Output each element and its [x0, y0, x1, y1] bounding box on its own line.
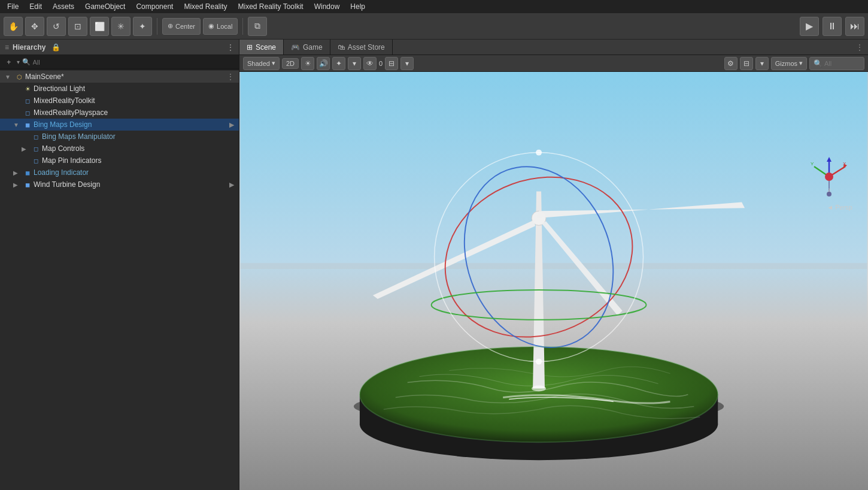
hierarchy-panel: ≡ Hierarchy 🔒 ⋮ + ▾ 🔍 ▼ ⬡ MainScene* ⋮ ☀	[0, 40, 239, 490]
tree-item-bing-maps[interactable]: ▼ ◼ Bing Maps Design ▶	[0, 119, 239, 131]
hierarchy-hamburger-icon: ≡	[5, 43, 9, 52]
tree-item-dir-light[interactable]: ☀ Directional Light	[0, 83, 239, 95]
tree-item-mrtk[interactable]: ◻ MixedRealityToolkit	[0, 95, 239, 107]
hierarchy-search-input[interactable]	[33, 59, 236, 66]
scene-svg	[239, 72, 868, 490]
pause-button[interactable]: ⏸	[823, 17, 842, 36]
custom-tool-btn[interactable]: ✦	[133, 17, 152, 36]
main-scene-label: MainScene*	[25, 72, 64, 81]
playspace-label: MixedRealityPlayspace	[34, 108, 108, 117]
gizmos-btn[interactable]: Gizmos ▾	[771, 57, 807, 70]
scene-area: ⊞ Scene 🎮 Game 🛍 Asset Store ⋮ Shaded ▾ …	[239, 40, 868, 490]
bing-maps-icon: ◼	[23, 120, 32, 129]
play-button[interactable]: ▶	[800, 17, 819, 36]
svg-point-7	[532, 386, 546, 392]
transform-tool-btn[interactable]: ✳	[111, 17, 130, 36]
search-icon: ▾	[17, 59, 20, 65]
tree-item-playspace[interactable]: ◻ MixedRealityPlayspace	[0, 107, 239, 119]
center-btn[interactable]: ⊕ Center	[162, 18, 201, 35]
rect-tool-btn[interactable]: ⬜	[90, 17, 109, 36]
scene-search-box: 🔍	[809, 57, 864, 70]
step-button[interactable]: ⏭	[845, 17, 864, 36]
scene-tab-icon: ⊞	[247, 43, 253, 52]
pivot-icon: ⊕	[168, 22, 173, 30]
tree-item-map-pin[interactable]: ◻ Map Pin Indicators	[0, 155, 239, 167]
game-tab-label: Game	[303, 43, 323, 52]
svg-text:Z: Z	[828, 187, 831, 193]
loading-label: Loading Indicator	[34, 168, 89, 177]
audio-toggle-btn[interactable]: 🔊	[317, 57, 330, 70]
svg-text:Y: Y	[811, 161, 814, 167]
menu-file[interactable]: File	[2, 1, 23, 12]
layout-arrow-btn[interactable]: ▾	[755, 57, 769, 70]
svg-text:X: X	[843, 161, 846, 167]
rotate-tool-btn[interactable]: ↺	[47, 17, 66, 36]
gizmo-widget[interactable]: Z X Y	[808, 156, 850, 198]
move-tool-btn[interactable]: ✥	[25, 17, 44, 36]
expand-arrow-bing-maps: ▼	[13, 122, 22, 128]
layer-arrow-btn[interactable]: ▾	[400, 57, 414, 70]
2d-toggle-btn[interactable]: 2D	[282, 58, 299, 69]
hierarchy-menu-btn[interactable]: ⋮	[227, 43, 234, 52]
svg-point-16	[536, 150, 542, 156]
persp-label[interactable]: ◄ Persp	[827, 204, 852, 211]
menu-edit[interactable]: Edit	[25, 1, 47, 12]
svg-point-17	[536, 359, 542, 365]
hierarchy-add-btn[interactable]: +	[4, 56, 14, 68]
collab-btn[interactable]: ⧉	[248, 17, 267, 36]
hand-tool-btn[interactable]: ✋	[4, 17, 23, 36]
settings-icon-btn[interactable]: ⚙	[724, 57, 738, 70]
wind-turbine-label: Wind Turbine Design	[34, 180, 100, 189]
menu-help[interactable]: Help	[345, 1, 370, 12]
expand-arrow-map-controls: ▶	[22, 146, 30, 152]
menu-mrtk[interactable]: Mixed Reality Toolkit	[233, 1, 308, 12]
playback-controls: ▶ ⏸ ⏭	[800, 17, 864, 36]
menu-gameobject[interactable]: GameObject	[80, 1, 130, 12]
scale-tool-btn[interactable]: ⊡	[68, 17, 87, 36]
menu-assets[interactable]: Assets	[48, 1, 79, 12]
menu-component[interactable]: Component	[131, 1, 178, 12]
scene-search-icon: 🔍	[814, 59, 823, 68]
tab-game[interactable]: 🎮 Game	[284, 40, 330, 55]
tree-item-main-scene[interactable]: ▼ ⬡ MainScene* ⋮	[0, 71, 239, 83]
tab-more-btn[interactable]: ⋮	[851, 40, 868, 55]
shaded-dropdown-btn[interactable]: Shaded ▾	[243, 57, 280, 70]
tree-item-map-controls[interactable]: ▶ ◻ Map Controls	[0, 143, 239, 155]
search-magnifier-icon: 🔍	[22, 58, 31, 66]
layer-dropdown-btn[interactable]: ⊟	[385, 57, 398, 70]
store-tab-icon: 🛍	[338, 43, 345, 52]
menu-window[interactable]: Window	[309, 1, 345, 12]
expand-arrow-loading: ▶	[13, 170, 22, 176]
main-scene-more-btn[interactable]: ⋮	[227, 72, 234, 81]
tree-item-wind-turbine[interactable]: ▶ ◼ Wind Turbine Design ▶	[0, 179, 239, 190]
viewport[interactable]: Z X Y ◄ Persp	[239, 72, 868, 490]
shaded-label: Shaded	[247, 60, 270, 67]
hierarchy-lock-icon[interactable]: 🔒	[51, 43, 60, 52]
svg-marker-20	[827, 157, 831, 162]
effects-arrow-btn[interactable]: ▾	[348, 57, 361, 70]
hidden-toggle-btn[interactable]: 👁	[363, 57, 377, 70]
menu-mixed-reality[interactable]: Mixed Reality	[179, 1, 232, 12]
tab-asset-store[interactable]: 🛍 Asset Store	[330, 40, 393, 55]
tree-item-bing-manip[interactable]: ◻ Bing Maps Manipulator	[0, 131, 239, 143]
wind-icon: ◼	[23, 180, 32, 189]
local-btn[interactable]: ◉ Local	[203, 18, 238, 35]
layout-btn[interactable]: ⊟	[740, 57, 753, 70]
gizmo-svg: Z X Y	[808, 156, 850, 198]
tab-scene[interactable]: ⊞ Scene	[239, 40, 284, 55]
loading-icon: ◼	[23, 168, 32, 177]
effects-toggle-btn[interactable]: ✦	[332, 57, 345, 70]
center-label: Center	[175, 23, 195, 30]
scene-search-input[interactable]	[824, 60, 860, 67]
map-controls-label: Map Controls	[42, 144, 84, 153]
hierarchy-header: ≡ Hierarchy 🔒 ⋮	[0, 40, 239, 55]
scene-icon: ⬡	[14, 72, 24, 81]
game-tab-icon: 🎮	[291, 43, 300, 52]
lighting-toggle-btn[interactable]: ☀	[301, 57, 314, 70]
bing-maps-arrow: ▶	[229, 121, 234, 129]
main-layout: ≡ Hierarchy 🔒 ⋮ + ▾ 🔍 ▼ ⬡ MainScene* ⋮ ☀	[0, 40, 868, 490]
toolbar-separator-2	[242, 18, 243, 35]
tree-item-loading[interactable]: ▶ ◼ Loading Indicator	[0, 167, 239, 179]
map-pin-icon: ◻	[31, 156, 41, 165]
local-icon: ◉	[208, 22, 214, 30]
